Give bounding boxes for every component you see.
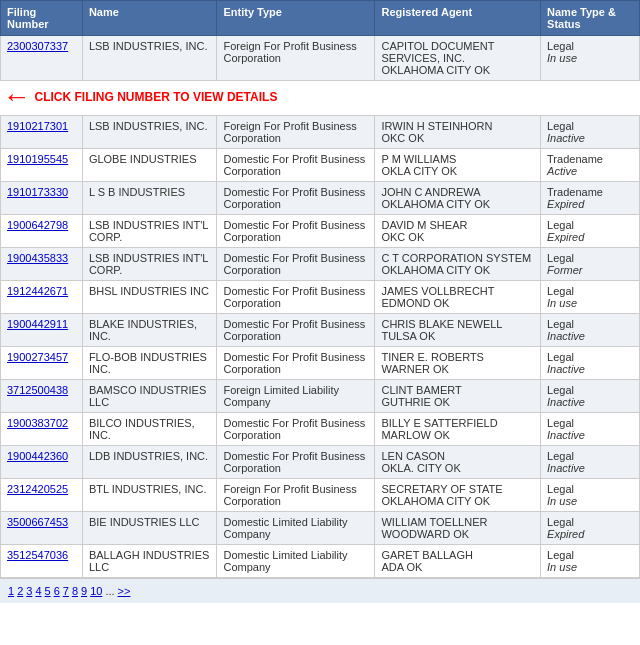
page-10[interactable]: 10	[90, 585, 102, 597]
name-cell: LSB INDUSTRIES, INC.	[82, 116, 217, 149]
status-badge: Active	[547, 165, 577, 177]
name-cell: BILCO INDUSTRIES, INC.	[82, 413, 217, 446]
filing-number-link[interactable]: 2312420525	[7, 483, 68, 495]
table-row: 1910195545GLOBE INDUSTRIESDomestic For P…	[1, 149, 640, 182]
entity-type-cell: Domestic For Profit Business Corporation	[217, 149, 375, 182]
name-cell: LDB INDUSTRIES, INC.	[82, 446, 217, 479]
entity-type-cell: Foreign For Profit Business Corporation	[217, 116, 375, 149]
filing-number-cell: 3512547036	[1, 545, 83, 578]
filing-number-link[interactable]: 1910173330	[7, 186, 68, 198]
filing-number-link[interactable]: 1900442360	[7, 450, 68, 462]
filing-number-link[interactable]: 1900273457	[7, 351, 68, 363]
status-badge: In use	[547, 495, 577, 507]
filing-number-link[interactable]: 3500667453	[7, 516, 68, 528]
entity-type-cell: Domestic Limited Liability Company	[217, 512, 375, 545]
status-badge: Inactive	[547, 132, 585, 144]
entity-type-cell: Domestic For Profit Business Corporation	[217, 215, 375, 248]
table-row: 1910217301LSB INDUSTRIES, INC.Foreign Fo…	[1, 116, 640, 149]
name-type: Legal	[547, 549, 574, 561]
page-4[interactable]: 4	[35, 585, 41, 597]
table-row: 3500667453BIE INDUSTRIES LLCDomestic Lim…	[1, 512, 640, 545]
annotation-label: CLICK FILING NUMBER TO VIEW DETAILS	[35, 90, 278, 104]
annotation-row: ←CLICK FILING NUMBER TO VIEW DETAILS	[1, 81, 640, 116]
filing-number-cell: 1910217301	[1, 116, 83, 149]
filing-number-cell: 1900273457	[1, 347, 83, 380]
table-row: 1900442911BLAKE INDUSTRIES, INC.Domestic…	[1, 314, 640, 347]
table-row: 2300307337LSB INDUSTRIES, INC.Foreign Fo…	[1, 36, 640, 81]
name-cell: BALLAGH INDUSTRIES LLC	[82, 545, 217, 578]
header-name-type-status: Name Type & Status	[541, 1, 640, 36]
name-type: Legal	[547, 252, 574, 264]
page-6[interactable]: 6	[54, 585, 60, 597]
pagination-bar: 1 2 3 4 5 6 7 8 9 10 ... >>	[0, 578, 640, 603]
filing-number-link[interactable]: 1900435833	[7, 252, 68, 264]
name-type: Legal	[547, 384, 574, 396]
name-type-status-cell: LegalIn use	[541, 479, 640, 512]
name-type: Legal	[547, 351, 574, 363]
registered-agent-cell: LEN CASON OKLA. CITY OK	[375, 446, 541, 479]
name-type-status-cell: TradenameExpired	[541, 182, 640, 215]
page-3[interactable]: 3	[26, 585, 32, 597]
name-type-status-cell: LegalIn use	[541, 281, 640, 314]
page-7[interactable]: 7	[63, 585, 69, 597]
filing-number-link[interactable]: 1900383702	[7, 417, 68, 429]
name-type-status-cell: LegalInactive	[541, 446, 640, 479]
name-cell: LSB INDUSTRIES INT'L CORP.	[82, 248, 217, 281]
filing-number-link[interactable]: 1900442911	[7, 318, 68, 330]
name-type-status-cell: LegalFormer	[541, 248, 640, 281]
entity-type-cell: Domestic For Profit Business Corporation	[217, 347, 375, 380]
filing-number-cell: 1910173330	[1, 182, 83, 215]
filing-number-cell: 1900383702	[1, 413, 83, 446]
filing-number-link[interactable]: 2300307337	[7, 40, 76, 52]
filing-number-link[interactable]: 1912442671	[7, 285, 68, 297]
status-badge: Inactive	[547, 462, 585, 474]
status-badge: Inactive	[547, 363, 585, 375]
page-9[interactable]: 9	[81, 585, 87, 597]
status-badge: Expired	[547, 528, 584, 540]
entity-type-cell: Domestic For Profit Business Corporation	[217, 413, 375, 446]
entity-type-cell: Domestic For Profit Business Corporation	[217, 248, 375, 281]
page-8[interactable]: 8	[72, 585, 78, 597]
registered-agent-cell: JOHN C ANDREWA OKLAHOMA CITY OK	[375, 182, 541, 215]
name-cell: GLOBE INDUSTRIES	[82, 149, 217, 182]
registered-agent-cell: DAVID M SHEAR OKC OK	[375, 215, 541, 248]
filing-number-cell: 1900442360	[1, 446, 83, 479]
entity-type-cell: Domestic For Profit Business Corporation	[217, 446, 375, 479]
status-badge: In use	[547, 561, 577, 573]
name-cell: BAMSCO INDUSTRIES LLC	[82, 380, 217, 413]
registered-agent-cell: CLINT BAMERT GUTHRIE OK	[375, 380, 541, 413]
name-type-status-cell: LegalInactive	[541, 380, 640, 413]
registered-agent-cell: SECRETARY OF STATE OKLAHOMA CITY OK	[375, 479, 541, 512]
entity-type-cell: Foreign Limited Liability Company	[217, 380, 375, 413]
filing-number-link[interactable]: 1900642798	[7, 219, 68, 231]
name-type-status-cell: TradenameActive	[541, 149, 640, 182]
pagination-next[interactable]: >>	[118, 585, 131, 597]
filing-number-link[interactable]: 1910217301	[7, 120, 68, 132]
name-type: Legal	[547, 450, 574, 462]
status-badge: Former	[547, 264, 582, 276]
page-2[interactable]: 2	[17, 585, 23, 597]
page-5[interactable]: 5	[45, 585, 51, 597]
table-row: 1900642798LSB INDUSTRIES INT'L CORP.Dome…	[1, 215, 640, 248]
filing-number-link[interactable]: 3712500438	[7, 384, 68, 396]
entity-type-cell: Foreign For Profit Business Corporation	[217, 36, 375, 81]
filing-number-link[interactable]: 3512547036	[7, 549, 68, 561]
filing-number-cell: 3712500438	[1, 380, 83, 413]
pagination-separator: ...	[105, 585, 114, 597]
name-cell: L S B INDUSTRIES	[82, 182, 217, 215]
annotation-arrow-icon: ←	[3, 81, 31, 113]
name-type: Legal	[547, 417, 574, 429]
table-row: 2312420525BTL INDUSTRIES, INC.Foreign Fo…	[1, 479, 640, 512]
name-type-status-cell: LegalInactive	[541, 347, 640, 380]
status-badge: In use	[547, 297, 577, 309]
header-name: Name	[82, 1, 217, 36]
page-1[interactable]: 1	[8, 585, 14, 597]
registered-agent-cell: GARET BALLAGH ADA OK	[375, 545, 541, 578]
entity-type-cell: Domestic For Profit Business Corporation	[217, 182, 375, 215]
name-cell: LSB INDUSTRIES INT'L CORP.	[82, 215, 217, 248]
filing-number-cell: 1900435833	[1, 248, 83, 281]
filing-number-link[interactable]: 1910195545	[7, 153, 68, 165]
results-container: Filing Number Name Entity Type Registere…	[0, 0, 640, 603]
name-type-status-cell: LegalExpired	[541, 215, 640, 248]
entity-type-cell: Domestic For Profit Business Corporation	[217, 281, 375, 314]
